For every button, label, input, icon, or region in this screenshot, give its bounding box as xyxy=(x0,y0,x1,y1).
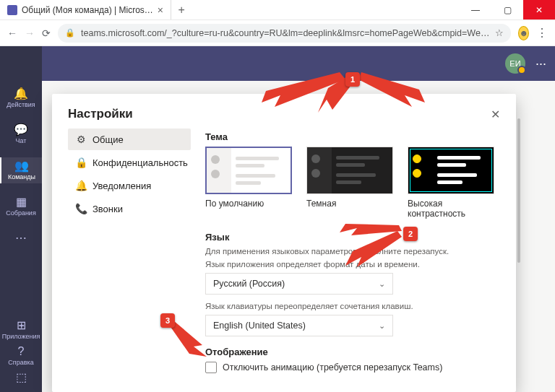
theme-preview-contrast xyxy=(408,147,494,194)
rail-label: Чат xyxy=(16,137,27,144)
section-display-title: Отображение xyxy=(205,347,500,357)
disable-animation-checkbox[interactable] xyxy=(205,362,217,373)
tab-title: Общий (Моя команда) | Micros… xyxy=(22,5,153,15)
rail-apps[interactable]: ⊞ Приложения xyxy=(2,317,40,343)
address-bar[interactable]: 🔒 teams.microsoft.com/_?culture=ru-ru&co… xyxy=(58,24,511,43)
keyboard-language-select[interactable]: English (United States) ⌄ xyxy=(205,315,393,336)
sidebar-label: Уведомления xyxy=(92,180,151,191)
theme-preview-dark xyxy=(306,147,393,194)
sidebar-item-calls[interactable]: 📞 Звонки xyxy=(68,198,191,219)
rail-meetings[interactable]: ▦ Собрания xyxy=(0,193,42,219)
lock-icon: 🔒 xyxy=(75,157,87,168)
reload-button[interactable]: ⟳ xyxy=(42,27,51,39)
gear-icon: ⚙ xyxy=(75,134,87,145)
sidebar-item-general[interactable]: ⚙ Общие xyxy=(68,129,191,150)
download-icon: ⬚ xyxy=(16,372,27,383)
rail-download[interactable]: ⬚ xyxy=(2,369,40,386)
phone-icon: 📞 xyxy=(75,203,87,214)
sidebar-label: Звонки xyxy=(92,204,123,214)
browser-titlebar: Общий (Моя команда) | Micros… × + — ▢ ✕ xyxy=(0,0,555,20)
rail-chat[interactable]: 💬 Чат xyxy=(0,121,42,147)
settings-title: Настройки xyxy=(68,107,133,121)
sidebar-item-privacy[interactable]: 🔒 Конфиденциальность xyxy=(68,152,191,173)
disable-animation-label: Отключить анимацию (требуется перезапуск… xyxy=(223,362,442,373)
theme-preview-default xyxy=(205,147,292,194)
forward-button[interactable]: → xyxy=(25,27,35,39)
settings-modal: Настройки ✕ ⚙ Общие 🔒 Конфиденциальность… xyxy=(52,94,516,392)
section-language-title: Язык xyxy=(205,232,500,243)
url-text: teams.microsoft.com/_?culture=ru-ru&coun… xyxy=(81,28,489,38)
browser-toolbar: ← → ⟳ 🔒 teams.microsoft.com/_?culture=ru… xyxy=(0,20,555,46)
settings-close-button[interactable]: ✕ xyxy=(491,108,500,121)
rail-label: Собрания xyxy=(6,209,36,217)
callout-2: 2 xyxy=(403,227,418,241)
select-value: English (United States) xyxy=(213,321,306,331)
app-language-select[interactable]: Русский (Россия) ⌄ xyxy=(205,273,393,295)
theme-label: Темная xyxy=(306,199,393,209)
sidebar-item-notifications[interactable]: 🔔 Уведомления xyxy=(68,175,191,196)
window-close-button[interactable]: ✕ xyxy=(523,0,555,19)
apps-icon: ⊞ xyxy=(17,320,26,331)
rail-label: Приложения xyxy=(2,333,40,340)
teams-more-button[interactable]: ··· xyxy=(535,56,546,71)
lock-icon: 🔒 xyxy=(65,28,75,38)
calendar-icon: ▦ xyxy=(16,196,27,208)
chat-icon: 💬 xyxy=(14,124,28,136)
teams-topbar: ЕИ ··· xyxy=(0,46,555,81)
back-button[interactable]: ← xyxy=(7,27,17,39)
rail-label: Действия xyxy=(7,101,35,108)
more-icon: ⋯ xyxy=(15,232,27,244)
modal-scrollbar-thumb[interactable] xyxy=(517,118,520,263)
teams-avatar[interactable]: ЕИ xyxy=(505,53,525,74)
chevron-down-icon: ⌄ xyxy=(379,321,385,331)
browser-profile-button[interactable]: ☻ xyxy=(518,26,529,40)
rail-label: Справка xyxy=(8,359,33,366)
help-icon: ? xyxy=(18,346,25,357)
rail-help[interactable]: ? Справка xyxy=(2,343,40,369)
tab-close-button[interactable]: × xyxy=(158,4,163,16)
callout-1: 1 xyxy=(345,72,360,87)
browser-menu-button[interactable]: ⋮ xyxy=(536,26,548,40)
people-icon: 👥 xyxy=(14,160,29,172)
window-maximize-button[interactable]: ▢ xyxy=(491,0,523,19)
rail-more[interactable]: ⋯ xyxy=(0,230,42,247)
new-tab-button[interactable]: + xyxy=(171,0,192,19)
section-theme-title: Тема xyxy=(205,131,500,142)
bookmark-star-icon[interactable]: ☆ xyxy=(495,27,504,38)
theme-dark[interactable]: Темная xyxy=(306,147,393,219)
chevron-down-icon: ⌄ xyxy=(379,279,385,289)
teams-favicon xyxy=(7,5,17,15)
callout-3: 3 xyxy=(160,313,175,328)
sidebar-label: Конфиденциальность xyxy=(92,157,188,168)
bell-icon: 🔔 xyxy=(14,88,28,100)
app-language-hint: Язык приложения определяет формат даты и… xyxy=(205,260,500,269)
select-value: Русский (Россия) xyxy=(213,279,285,289)
bell-icon: 🔔 xyxy=(75,180,87,191)
theme-default[interactable]: По умолчанию xyxy=(205,147,292,219)
settings-sidebar: ⚙ Общие 🔒 Конфиденциальность 🔔 Уведомлен… xyxy=(68,129,191,378)
window-minimize-button[interactable]: — xyxy=(460,0,491,19)
keyboard-language-hint: Язык клавиатуры переопределяет сочетания… xyxy=(205,302,500,310)
rail-activity[interactable]: 🔔 Действия xyxy=(0,85,42,111)
language-restart-hint: Для применения языковых параметров выпол… xyxy=(205,247,500,256)
rail-label: Команды xyxy=(8,173,35,180)
theme-high-contrast[interactable]: Высокая контрастность xyxy=(408,147,500,219)
browser-tab[interactable]: Общий (Моя команда) | Micros… × xyxy=(0,0,171,19)
teams-left-rail: 🔔 Действия 💬 Чат 👥 Команды ▦ Собрания ⋯ … xyxy=(0,46,42,392)
sidebar-label: Общие xyxy=(92,134,124,145)
theme-label: Высокая контрастность xyxy=(408,199,500,219)
rail-teams[interactable]: 👥 Команды xyxy=(0,157,42,183)
theme-label: По умолчанию xyxy=(205,199,292,209)
